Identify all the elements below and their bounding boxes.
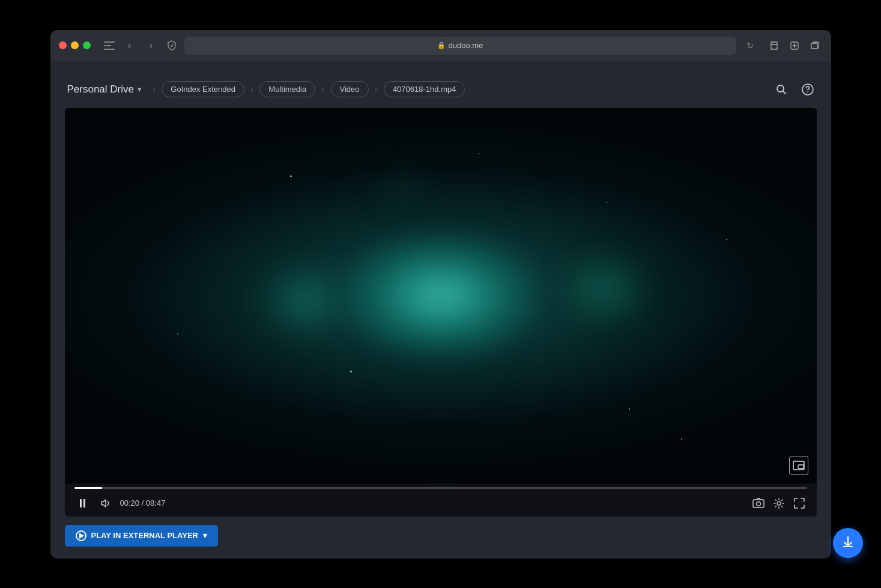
breadcrumb-divider-3: ›: [321, 84, 324, 95]
refresh-button[interactable]: ↻: [742, 38, 758, 53]
breadcrumb-divider-1: ›: [153, 84, 156, 95]
svg-rect-6: [798, 465, 804, 468]
browser-window: ‹ › 🔒 dudoo.me ↻: [50, 30, 831, 559]
controls-row: 00:20 / 08:47: [74, 495, 807, 512]
address-bar[interactable]: 🔒 dudoo.me: [184, 37, 736, 55]
nebula-top: [365, 164, 437, 212]
breadcrumb-item-goindex[interactable]: GoIndex Extended: [162, 81, 244, 97]
traffic-lights: [59, 41, 91, 49]
breadcrumb-actions: [772, 80, 817, 99]
nebula-core: [345, 235, 537, 356]
svg-point-9: [777, 502, 781, 505]
minimize-button[interactable]: [71, 41, 79, 49]
star: [478, 153, 479, 154]
help-button[interactable]: [799, 80, 817, 99]
play-triangle-icon: [79, 533, 84, 539]
breadcrumb-divider-2: ›: [250, 84, 253, 95]
pause-icon: [80, 499, 85, 508]
svg-rect-1: [811, 43, 817, 49]
fullscreen-button[interactable]: [792, 496, 807, 511]
progress-fill: [74, 487, 102, 489]
breadcrumb-item-filename[interactable]: 4070618-1hd.mp4: [384, 81, 465, 97]
star: [177, 333, 178, 335]
sidebar-toggle-button[interactable]: [104, 40, 116, 52]
nebula-glow-right: [555, 250, 651, 329]
video-controls: 00:20 / 08:47: [65, 483, 817, 517]
shield-icon: [165, 39, 178, 52]
svg-point-4: [807, 91, 808, 92]
screenshot-button[interactable]: [751, 496, 766, 511]
pause-bar-left: [80, 499, 82, 508]
title-bar: ‹ › 🔒 dudoo.me ↻: [50, 30, 831, 61]
back-button[interactable]: ‹: [122, 38, 138, 53]
right-controls: [751, 496, 807, 511]
forward-button[interactable]: ›: [144, 38, 159, 53]
pip-button[interactable]: [789, 456, 808, 475]
search-button[interactable]: [772, 80, 790, 99]
svg-point-8: [756, 502, 760, 506]
progress-bar[interactable]: [74, 487, 807, 489]
chevron-down-icon: ▾: [138, 85, 142, 94]
breadcrumb-divider-4: ›: [375, 84, 378, 95]
page-content: Personal Drive ▾ › GoIndex Extended › Mu…: [50, 61, 831, 559]
share-button[interactable]: [766, 38, 782, 53]
lock-icon: 🔒: [437, 41, 446, 49]
new-tab-button[interactable]: [787, 38, 802, 53]
time-display: 00:20 / 08:47: [120, 499, 166, 508]
star: [290, 175, 292, 177]
star: [125, 296, 126, 296]
svg-point-2: [777, 85, 784, 92]
external-player-label: PLAY IN EXTERNAL PLAYER: [91, 531, 198, 540]
star: [350, 371, 352, 372]
close-button[interactable]: [59, 41, 67, 49]
fullscreen-button[interactable]: [83, 41, 91, 49]
pause-button[interactable]: [74, 495, 91, 512]
star: [629, 408, 630, 410]
toolbar-right: [766, 38, 823, 53]
video-container: 00:20 / 08:47: [65, 108, 817, 517]
breadcrumb-item-video[interactable]: Video: [331, 81, 369, 97]
pause-bar-right: [83, 499, 85, 508]
breadcrumb-item-multimedia[interactable]: Multimedia: [259, 81, 315, 97]
drive-label: Personal Drive: [67, 83, 135, 95]
external-player-button[interactable]: PLAY IN EXTERNAL PLAYER ▾: [65, 525, 218, 547]
chevron-down-icon: ▾: [203, 531, 207, 540]
windows-button[interactable]: [807, 38, 823, 53]
play-circle-icon: [76, 530, 86, 541]
star: [606, 202, 607, 203]
breadcrumb: Personal Drive ▾ › GoIndex Extended › Mu…: [65, 73, 817, 108]
star: [681, 438, 682, 440]
settings-button[interactable]: [771, 496, 787, 511]
drive-selector[interactable]: Personal Drive ▾: [65, 81, 147, 98]
volume-button[interactable]: [97, 495, 114, 512]
star: [726, 239, 727, 240]
url-text: dudoo.me: [449, 41, 483, 50]
video-content: [65, 108, 817, 483]
video-frame[interactable]: [65, 108, 817, 483]
